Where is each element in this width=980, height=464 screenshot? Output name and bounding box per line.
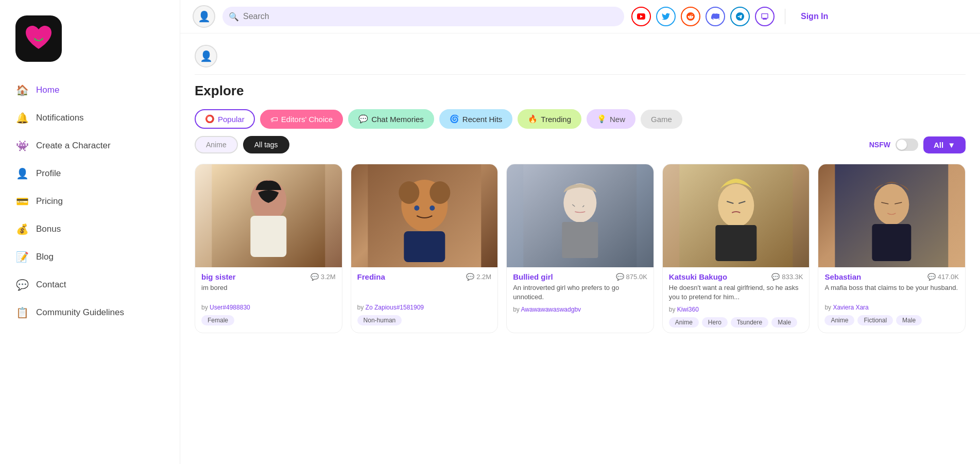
reddit-button[interactable] [681,7,700,26]
card-image [195,164,342,267]
character-desc: An introverted girl who prefers to go un… [513,283,647,302]
sidebar-item-notifications[interactable]: 🔔 Notifications [0,105,180,131]
card-body: Bullied girl 💬 875.0K An introverted gir… [507,267,654,322]
character-card[interactable]: Fredina 💬 2.2M by Zo Zapious#1581909 Non… [351,164,498,333]
youtube-button[interactable] [631,7,651,26]
chevron-down-icon: ▼ [948,141,955,149]
coin-icon: 💰 [15,222,29,236]
chat-count: 💬 417.0K [927,273,959,281]
tag-anime[interactable]: Anime [195,136,238,153]
svg-point-7 [414,205,419,211]
filter-recent-hits[interactable]: 🌀 Recent Hits [439,109,513,129]
search-input[interactable] [222,7,624,26]
cards-grid: big sister 💬 3.2M im bored by User#49888… [195,164,966,333]
character-name: Katsuki Bakugo [669,272,727,281]
sidebar-item-community-guidelines[interactable]: 📋 Community Guidelines [0,300,180,325]
filter-trending[interactable]: 🔥 Trending [518,109,581,129]
author-link[interactable]: Zo Zapious#1581909 [366,304,424,311]
monitor-button[interactable] [755,7,775,26]
filter-editors-choice[interactable]: 🏷 Editors' Choice [260,110,343,129]
sidebar-item-profile[interactable]: 👤 Profile [0,161,180,186]
author-link[interactable]: User#4988830 [210,304,250,311]
tag-nonhuman[interactable]: Non-human [357,315,402,325]
tag-all[interactable]: All tags [243,136,289,153]
topbar: 👤 🔍 Sign In [180,0,980,33]
character-card[interactable]: big sister 💬 3.2M im bored by User#49888… [195,164,342,333]
character-card[interactable]: Bullied girl 💬 875.0K An introverted gir… [506,164,654,333]
character-card[interactable]: Sebastian 💬 417.0K A mafia boss that cla… [818,164,966,333]
chat-count: 💬 833.3K [771,273,803,281]
discord-button[interactable] [706,7,725,26]
card-tags: Female [201,315,336,325]
user-avatar-content[interactable]: 👤 [195,45,217,67]
memories-icon: 💬 [358,114,368,124]
all-dropdown[interactable]: All ▼ [923,136,966,153]
sidebar-item-home[interactable]: 🏠 Home [0,77,180,103]
sign-in-button[interactable]: Sign In [796,9,833,24]
card-tags: Anime Hero Tsundere Male [669,317,803,328]
sidebar-item-blog[interactable]: 📝 Blog [0,244,180,270]
card-name-row: big sister 💬 3.2M [201,272,336,281]
tag-female[interactable]: Female [201,315,234,325]
card-author: by Xaviera Xara [824,304,959,311]
sidebar-item-label: Profile [36,168,61,179]
nsfw-toggle[interactable] [896,139,918,151]
card-tags: Non-human [357,315,492,325]
tag-fictional[interactable]: Fictional [857,315,893,325]
sidebar-item-label: Home [36,85,59,95]
chat-icon: 💬 [927,273,936,281]
sidebar-item-bonus[interactable]: 💰 Bonus [0,216,180,242]
telegram-button[interactable] [730,7,750,26]
toggle-knob [897,140,907,150]
filter-new[interactable]: 💡 New [587,109,635,129]
sidebar-item-create-character[interactable]: 👾 Create a Character [0,133,180,159]
avatar-icon: 👤 [198,10,211,23]
card-tags: Anime Fictional Male [824,315,959,325]
sidebar-item-contact[interactable]: 💬 Contact [0,272,180,298]
chat-count: 💬 3.2M [311,273,336,281]
document-icon: 📝 [15,250,29,264]
svg-point-16 [718,184,754,227]
filter-label: Trending [541,115,571,124]
tag-anime[interactable]: Anime [669,317,699,328]
app-logo[interactable] [15,15,62,62]
character-name: Bullied girl [513,272,553,281]
tag-label: Anime [206,141,227,149]
svg-rect-19 [715,225,757,261]
svg-rect-24 [872,224,912,261]
tag-hero[interactable]: Hero [702,317,728,328]
sidebar-item-label: Notifications [36,113,84,123]
social-links [631,7,775,26]
nsfw-toggle-area: NSFW All ▼ [869,136,966,153]
author-link[interactable]: Xaviera Xara [833,304,868,311]
filter-popular[interactable]: ⭕ Popular [195,109,255,129]
card-body: big sister 💬 3.2M im bored by User#49888… [195,267,342,331]
svg-point-8 [429,205,435,211]
fire-icon: 🔥 [528,114,538,124]
card-image [818,164,965,267]
filter-label: Recent Hits [462,115,503,124]
filter-game[interactable]: Game [641,110,682,129]
character-card[interactable]: Katsuki Bakugo 💬 833.3K He doesn't want … [662,164,810,333]
filter-chat-memories[interactable]: 💬 Chat Memories [348,109,434,129]
nsfw-label: NSFW [869,141,890,149]
tag-male[interactable]: Male [896,315,922,325]
tag-male[interactable]: Male [771,317,797,328]
sidebar-item-label: Bonus [36,224,61,234]
author-link[interactable]: Kiwi360 [677,306,699,313]
twitter-button[interactable] [656,7,676,26]
all-label: All [934,141,943,149]
card-body: Sebastian 💬 417.0K A mafia boss that cla… [818,267,965,331]
card-body: Katsuki Bakugo 💬 833.3K He doesn't want … [663,267,810,333]
filter-label: Game [651,115,672,124]
author-link[interactable]: Awawawawaswadgbv [521,306,581,313]
tag-tsundere[interactable]: Tsundere [731,317,768,328]
popular-icon: ⭕ [205,114,215,124]
tag-anime[interactable]: Anime [824,315,854,325]
sidebar-item-label: Contact [36,280,66,290]
svg-point-21 [874,184,909,225]
profile-avatar[interactable]: 👤 [193,5,215,28]
recent-icon: 🌀 [450,114,459,124]
card-name-row: Katsuki Bakugo 💬 833.3K [669,272,803,281]
sidebar-item-pricing[interactable]: 💳 Pricing [0,188,180,214]
